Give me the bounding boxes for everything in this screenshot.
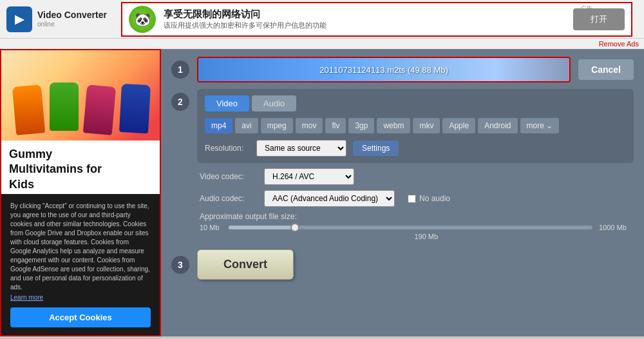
format-section: Video Audio mp4 avi mpeg mov flv 3gp web… xyxy=(197,89,634,163)
product-bottle-2 xyxy=(50,82,79,131)
slider-row: 10 Mb 1000 Mb xyxy=(200,224,631,231)
accept-cookies-button[interactable]: Accept Cookies xyxy=(10,307,151,327)
video-codec-row: Video codec: H.264 / AVC xyxy=(200,168,631,185)
format-mpeg[interactable]: mpeg xyxy=(261,118,293,133)
file-upload-progress: 20110731124113.m2ts (49.88 Mb) xyxy=(197,57,571,82)
product-bottle-4 xyxy=(119,84,151,133)
slider-fill xyxy=(229,226,294,229)
ad-label: 广告 xyxy=(581,5,592,13)
video-codec-select[interactable]: H.264 / AVC xyxy=(264,168,354,185)
slider-min-label: 10 Mb xyxy=(200,224,222,231)
slider-current-value: 190 Mb xyxy=(222,233,632,240)
slider-section: Approximate output file size: 10 Mb 1000… xyxy=(197,212,634,240)
tab-audio[interactable]: Audio xyxy=(252,95,296,111)
codec-section: Video codec: H.264 / AVC Audio codec: AA… xyxy=(197,168,634,207)
step-2-number: 2 xyxy=(171,93,189,111)
logo-icon: ▶ xyxy=(6,6,32,32)
format-buttons: mp4 avi mpeg mov flv 3gp webm mkv Apple … xyxy=(205,118,626,133)
converter-panel: 1 20110731124113.m2ts (49.88 Mb) Cancel … xyxy=(161,49,644,336)
remove-ads-bar: Remove Ads xyxy=(0,39,644,49)
format-section-container: Video Audio mp4 avi mpeg mov flv 3gp web… xyxy=(197,89,634,240)
app-title: Video Converter xyxy=(37,10,107,21)
video-codec-label: Video codec: xyxy=(200,172,258,181)
file-name-label: 20110731124113.m2ts (49.88 Mb) xyxy=(319,65,448,75)
top-ad-banner: 广告 🐼 享受无限制的网络访问 该应用提供强大的加密和许多可保护用户信息的功能 … xyxy=(121,2,632,37)
format-mkv[interactable]: mkv xyxy=(413,118,440,133)
product-bottle-1 xyxy=(12,84,45,135)
logo-area: ▶ Video Converter online xyxy=(6,6,116,32)
convert-button[interactable]: Convert xyxy=(197,249,294,280)
sidebar-headline: GummyMultivitamins forKids xyxy=(9,147,152,192)
slider-max-label: 1000 Mb xyxy=(599,224,631,231)
format-avi[interactable]: avi xyxy=(235,118,258,133)
no-audio-checkbox[interactable] xyxy=(408,195,416,203)
no-audio-label: No audio xyxy=(419,194,450,203)
tab-video[interactable]: Video xyxy=(205,95,249,111)
cancel-button[interactable]: Cancel xyxy=(578,59,634,80)
cookie-body-text: By clicking "Accept" or continuing to us… xyxy=(10,202,151,292)
progress-bar: 20110731124113.m2ts (49.88 Mb) xyxy=(198,58,569,81)
settings-button[interactable]: Settings xyxy=(353,140,399,156)
sidebar-product-image xyxy=(1,50,160,140)
slider-track[interactable] xyxy=(229,226,592,229)
no-audio-row: No audio xyxy=(408,194,450,203)
audio-codec-row: Audio codec: AAC (Advanced Audio Coding)… xyxy=(200,190,631,207)
step-1-number: 1 xyxy=(171,61,189,79)
format-mp4[interactable]: mp4 xyxy=(205,118,232,133)
app-subtitle: online xyxy=(37,21,107,28)
remove-ads-link[interactable]: Remove Ads xyxy=(599,40,639,48)
header: ▶ Video Converter online 广告 🐼 享受无限制的网络访问… xyxy=(0,0,644,39)
step-1-row: 1 20110731124113.m2ts (49.88 Mb) Cancel xyxy=(171,57,634,82)
audio-codec-select[interactable]: AAC (Advanced Audio Coding) xyxy=(264,190,395,207)
file-size-label: Approximate output file size: xyxy=(200,212,631,221)
product-bottle-3 xyxy=(83,84,116,135)
resolution-label: Resolution: xyxy=(205,144,250,153)
format-apple[interactable]: Apple xyxy=(442,118,475,133)
cookie-consent-overlay: By clicking "Accept" or continuing to us… xyxy=(1,194,160,336)
step-3-row: 3 Convert xyxy=(171,249,634,280)
audio-codec-label: Audio codec: xyxy=(200,194,258,203)
ad-subtitle: 该应用提供强大的加密和许多可保护用户信息的功能 xyxy=(164,21,565,30)
tab-row: Video Audio xyxy=(205,95,626,111)
format-flv[interactable]: flv xyxy=(325,118,346,133)
main-content: 广告× GummyMultivitamins forKids By clicki… xyxy=(0,49,644,336)
ad-brand-icon: 🐼 xyxy=(129,6,156,33)
ad-text-area: 享受无限制的网络访问 该应用提供强大的加密和许多可保护用户信息的功能 xyxy=(164,8,565,30)
learn-more-link[interactable]: Learn more xyxy=(10,294,43,301)
format-mov[interactable]: mov xyxy=(296,118,323,133)
left-sidebar-ad: 广告× GummyMultivitamins forKids By clicki… xyxy=(0,49,161,336)
resolution-select[interactable]: Same as source xyxy=(256,140,346,157)
resolution-row: Resolution: Same as source Settings xyxy=(205,140,626,157)
step-2-row: 2 Video Audio mp4 avi mpeg mov flv xyxy=(171,89,634,240)
format-android[interactable]: Android xyxy=(478,118,517,133)
ad-title: 享受无限制的网络访问 xyxy=(164,8,565,21)
slider-thumb[interactable] xyxy=(290,223,299,232)
step-3-number: 3 xyxy=(171,256,189,274)
format-webm[interactable]: webm xyxy=(377,118,410,133)
format-3gp[interactable]: 3gp xyxy=(348,118,374,133)
format-more-button[interactable]: more ⌄ xyxy=(520,118,560,133)
